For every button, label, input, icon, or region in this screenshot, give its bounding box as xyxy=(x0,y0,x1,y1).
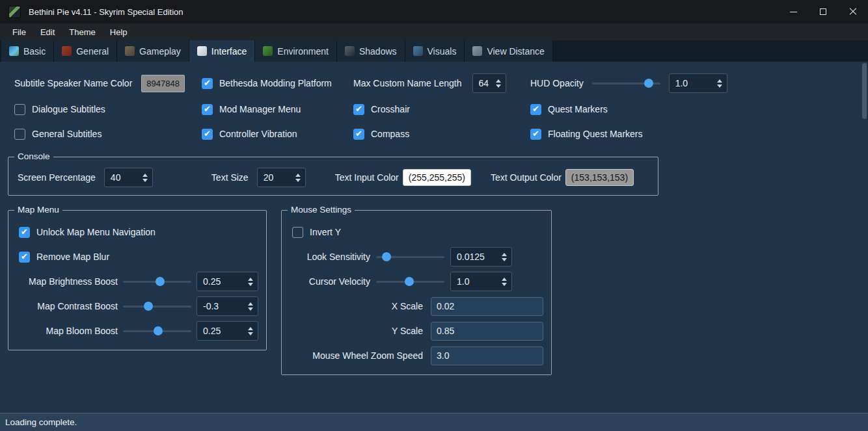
map-bloom-boost-slider[interactable] xyxy=(123,326,191,336)
maximize-button[interactable] xyxy=(808,0,838,23)
slider-handle[interactable] xyxy=(144,302,153,311)
checkbox-remove-map-blur[interactable]: Remove Map Blur xyxy=(19,252,109,263)
tab-shadows[interactable]: Shadows xyxy=(337,40,405,62)
checkbox-unlock-map-menu-navigation[interactable]: Unlock Map Menu Navigation xyxy=(19,227,156,238)
spinner-arrows[interactable] xyxy=(712,79,727,88)
interface-top-settings: Subtitle Speaker Name Color 8947848 Beth… xyxy=(0,62,868,146)
look-sensitivity-spinbox[interactable]: 0.0125 xyxy=(450,247,512,267)
map-brightness-boost-slider[interactable] xyxy=(123,276,191,287)
checkbox-icon[interactable] xyxy=(530,104,541,115)
checkbox-floating-quest-markers[interactable]: Floating Quest Markers xyxy=(530,129,643,140)
hud-opacity-spinbox[interactable]: 1.0 xyxy=(669,73,727,93)
checkbox-mod-manager-menu[interactable]: Mod Manager Menu xyxy=(202,104,301,115)
tab-visuals[interactable]: Visuals xyxy=(405,40,465,62)
checkbox-crosshair[interactable]: Crosshair xyxy=(353,104,410,115)
checkbox-icon[interactable] xyxy=(353,104,364,115)
checkbox-icon[interactable] xyxy=(19,227,30,238)
text-size-spinbox[interactable]: 20 xyxy=(257,168,306,187)
checkbox-icon[interactable] xyxy=(292,227,303,238)
hud-opacity-slider[interactable] xyxy=(592,78,660,88)
menu-help[interactable]: Help xyxy=(103,25,135,40)
look-sensitivity-slider[interactable] xyxy=(376,252,444,262)
tab-environment[interactable]: Environment xyxy=(255,40,337,62)
checkbox-bethesda-modding-platform[interactable]: Bethesda Modding Platform xyxy=(202,78,332,89)
spin-up-icon[interactable] xyxy=(248,278,253,281)
spin-up-icon[interactable] xyxy=(496,79,501,83)
spin-down-icon[interactable] xyxy=(717,85,722,88)
max-custom-name-length-spinbox[interactable]: 64 xyxy=(472,73,506,93)
menu-file[interactable]: File xyxy=(5,25,33,40)
checkbox-dialogue-subtitles[interactable]: Dialogue Subtitles xyxy=(14,104,105,115)
minimize-button[interactable] xyxy=(778,0,808,23)
spin-down-icon[interactable] xyxy=(142,179,148,182)
menu-edit[interactable]: Edit xyxy=(33,25,62,40)
screen-percentage-spinbox[interactable]: 40 xyxy=(104,168,153,187)
checkbox-quest-markers[interactable]: Quest Markers xyxy=(530,104,608,115)
x-scale-input[interactable] xyxy=(431,297,543,316)
text-output-color-button[interactable]: (153,153,153) xyxy=(565,169,634,186)
tab-general[interactable]: General xyxy=(54,40,117,62)
checkbox-icon[interactable] xyxy=(353,129,364,140)
spinner-arrows[interactable] xyxy=(138,174,152,182)
checkbox-icon[interactable] xyxy=(14,104,25,115)
spin-up-icon[interactable] xyxy=(502,253,507,256)
slider-handle[interactable] xyxy=(156,277,165,286)
map-contrast-boost-spinbox[interactable]: -0.3 xyxy=(197,296,258,316)
checkbox-invert-y[interactable]: Invert Y xyxy=(292,227,341,238)
spin-up-icon[interactable] xyxy=(248,302,253,306)
spin-down-icon[interactable] xyxy=(502,283,507,286)
slider-handle[interactable] xyxy=(382,252,391,261)
y-scale-input[interactable] xyxy=(431,322,543,341)
checkbox-label: General Subtitles xyxy=(32,129,102,139)
checkbox-icon[interactable] xyxy=(14,129,25,140)
tab-basic[interactable]: Basic xyxy=(1,40,54,62)
spinner-arrows[interactable] xyxy=(243,302,258,311)
spin-up-icon[interactable] xyxy=(142,174,148,177)
subtitle-speaker-name-color-label: Subtitle Speaker Name Color xyxy=(14,78,132,88)
close-button[interactable] xyxy=(838,0,868,23)
map-contrast-boost-slider[interactable] xyxy=(123,301,191,311)
map-brightness-boost-spinbox[interactable]: 0.25 xyxy=(197,272,258,291)
checkbox-controller-vibration[interactable]: Controller Vibration xyxy=(202,129,297,140)
vertical-scrollbar[interactable] xyxy=(862,63,867,411)
slider-handle[interactable] xyxy=(644,79,653,88)
spin-down-icon[interactable] xyxy=(248,332,253,335)
map-bloom-boost-spinbox[interactable]: 0.25 xyxy=(197,321,258,341)
text-input-color-button[interactable]: (255,255,255) xyxy=(403,169,471,186)
checkbox-icon[interactable] xyxy=(530,129,541,140)
cursor-velocity-spinbox[interactable]: 1.0 xyxy=(450,272,512,291)
slider-handle[interactable] xyxy=(405,277,414,286)
tab-view-distance[interactable]: View Distance xyxy=(465,40,552,62)
spin-up-icon[interactable] xyxy=(717,79,722,83)
cursor-velocity-slider[interactable] xyxy=(376,276,444,287)
checkbox-icon[interactable] xyxy=(19,252,30,263)
spinner-arrows[interactable] xyxy=(497,253,511,261)
scrollbar-thumb[interactable] xyxy=(862,63,867,119)
spinner-arrows[interactable] xyxy=(497,278,511,286)
spin-up-icon[interactable] xyxy=(248,327,253,330)
tab-interface[interactable]: Interface xyxy=(189,40,255,62)
spinner-arrows[interactable] xyxy=(491,79,506,88)
spin-down-icon[interactable] xyxy=(248,307,253,311)
spinner-arrows[interactable] xyxy=(243,278,258,286)
spin-up-icon[interactable] xyxy=(502,278,507,281)
slider-handle[interactable] xyxy=(154,326,163,335)
checkbox-icon[interactable] xyxy=(202,78,213,89)
checkbox-general-subtitles[interactable]: General Subtitles xyxy=(14,129,102,140)
subtitle-speaker-name-color-button[interactable]: 8947848 xyxy=(141,75,185,92)
checkbox-icon[interactable] xyxy=(202,104,213,115)
spin-down-icon[interactable] xyxy=(295,179,301,182)
checkbox-icon[interactable] xyxy=(202,129,213,140)
mouse-wheel-zoom-speed-input[interactable] xyxy=(431,346,543,365)
checkbox-compass[interactable]: Compass xyxy=(353,129,409,140)
spin-up-icon[interactable] xyxy=(295,174,301,177)
spin-down-icon[interactable] xyxy=(248,283,253,286)
tab-gameplay[interactable]: Gameplay xyxy=(117,40,189,62)
spinner-arrows[interactable] xyxy=(291,174,305,182)
spin-down-icon[interactable] xyxy=(502,258,507,261)
menu-theme[interactable]: Theme xyxy=(62,25,102,40)
slider-track[interactable] xyxy=(123,306,191,307)
spinner-arrows[interactable] xyxy=(243,327,258,335)
spin-down-icon[interactable] xyxy=(496,85,501,88)
spin-value: 20 xyxy=(264,172,291,183)
